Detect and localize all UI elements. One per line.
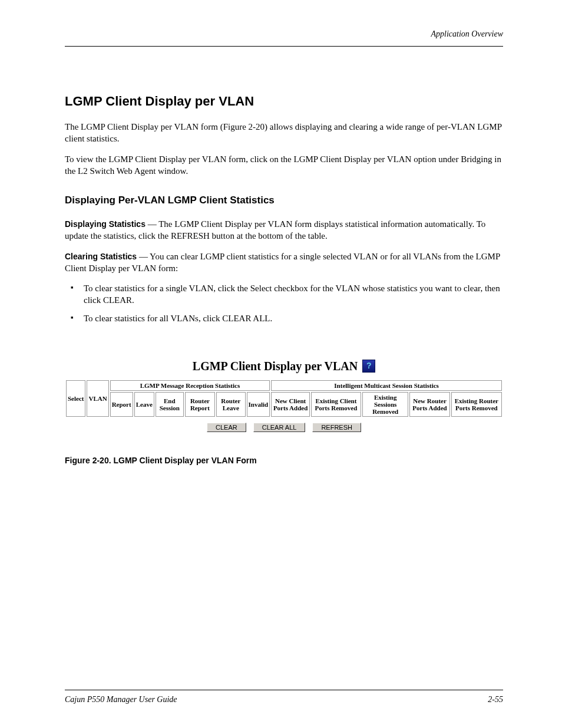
bullet-item: To clear statistics for all VLANs, click… bbox=[84, 312, 503, 324]
stats-table: Select VLAN LGMP Message Reception Stati… bbox=[65, 379, 503, 418]
col-new-router-ports-added: New Router Ports Added bbox=[409, 392, 449, 417]
figure-caption: Figure 2-20. LGMP Client Display per VLA… bbox=[65, 456, 503, 465]
table-header-row-2: Report Leave End Session Router Report R… bbox=[66, 392, 502, 417]
col-router-report: Router Report bbox=[185, 392, 215, 417]
footer-page-number: 2-55 bbox=[488, 695, 503, 704]
help-icon[interactable] bbox=[362, 360, 375, 373]
section-heading: LGMP Client Display per VLAN bbox=[65, 94, 503, 109]
footer-doc-title: Cajun P550 Manager User Guide bbox=[65, 695, 177, 704]
clear-all-button[interactable]: CLEAR ALL bbox=[253, 423, 306, 432]
clearing-label: Clearing Statistics bbox=[65, 252, 137, 261]
col-vlan: VLAN bbox=[87, 380, 108, 417]
displaying-paragraph: Displaying Statistics — The LGMP Client … bbox=[65, 218, 503, 242]
col-report: Report bbox=[110, 392, 133, 417]
displaying-label: Displaying Statistics bbox=[65, 219, 146, 229]
refresh-button[interactable]: REFRESH bbox=[312, 423, 361, 432]
navigation-paragraph: To view the LGMP Client Display per VLAN… bbox=[65, 153, 503, 177]
col-existing-client-ports-removed: Existing Client Ports Removed bbox=[311, 392, 361, 417]
col-existing-router-ports-removed: Existing Router Ports Removed bbox=[451, 392, 502, 417]
form-title: LGMP Client Display per VLAN bbox=[193, 360, 358, 373]
col-group-intelligent: Intelligent Multicast Session Statistics bbox=[271, 380, 502, 391]
bullet-item: To clear statistics for a single VLAN, c… bbox=[84, 282, 503, 307]
page-footer: Cajun P550 Manager User Guide 2-55 bbox=[65, 690, 503, 704]
col-leave: Leave bbox=[134, 392, 154, 417]
col-invalid: Invalid bbox=[247, 392, 270, 417]
page-header: Application Overview bbox=[65, 29, 503, 47]
clearing-bullets: To clear statistics for a single VLAN, c… bbox=[65, 282, 503, 324]
form-title-row: LGMP Client Display per VLAN bbox=[65, 360, 503, 373]
col-new-client-ports-added: New Client Ports Added bbox=[271, 392, 310, 417]
intro-paragraph: The LGMP Client Display per VLAN form (F… bbox=[65, 121, 503, 145]
clear-button[interactable]: CLEAR bbox=[207, 423, 246, 432]
header-chapter-title: Application Overview bbox=[431, 29, 503, 39]
clearing-paragraph: Clearing Statistics — You can clear LGMP… bbox=[65, 251, 503, 275]
col-router-leave: Router Leave bbox=[216, 392, 246, 417]
subsection-heading: Displaying Per-VLAN LGMP Client Statisti… bbox=[65, 195, 503, 206]
table-header-row-1: Select VLAN LGMP Message Reception Stati… bbox=[66, 380, 502, 391]
col-existing-sessions-removed: Existing Sessions Removed bbox=[362, 392, 409, 417]
button-row: CLEAR CLEAR ALL REFRESH bbox=[65, 421, 503, 432]
col-end-session: End Session bbox=[156, 392, 184, 417]
col-select: Select bbox=[66, 380, 85, 417]
col-group-lgmp: LGMP Message Reception Statistics bbox=[110, 380, 270, 391]
